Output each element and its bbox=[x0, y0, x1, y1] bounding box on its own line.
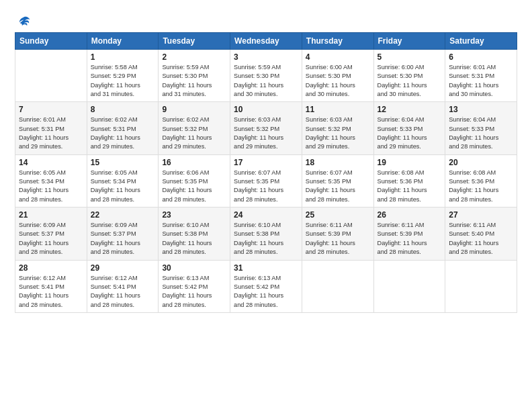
calendar-cell: 25Sunrise: 6:11 AMSunset: 5:39 PMDayligh… bbox=[302, 208, 373, 260]
calendar-cell: 15Sunrise: 6:05 AMSunset: 5:34 PMDayligh… bbox=[87, 154, 159, 207]
logo bbox=[15, 15, 31, 28]
day-number: 28 bbox=[19, 263, 83, 273]
calendar-cell: 18Sunrise: 6:07 AMSunset: 5:35 PMDayligh… bbox=[302, 154, 373, 207]
calendar-cell: 4Sunrise: 6:00 AMSunset: 5:30 PMDaylight… bbox=[302, 50, 373, 102]
calendar-cell: 1Sunrise: 5:58 AMSunset: 5:29 PMDaylight… bbox=[87, 50, 159, 102]
day-number: 6 bbox=[449, 52, 513, 62]
calendar-cell: 19Sunrise: 6:08 AMSunset: 5:36 PMDayligh… bbox=[373, 154, 445, 207]
calendar-cell: 31Sunrise: 6:13 AMSunset: 5:42 PMDayligh… bbox=[230, 260, 302, 312]
day-info: Sunrise: 6:02 AMSunset: 5:32 PMDaylight:… bbox=[162, 116, 226, 151]
calendar-cell bbox=[445, 260, 517, 312]
calendar-cell: 3Sunrise: 5:59 AMSunset: 5:30 PMDaylight… bbox=[230, 50, 302, 102]
calendar-cell: 26Sunrise: 6:11 AMSunset: 5:39 PMDayligh… bbox=[373, 208, 445, 260]
day-info: Sunrise: 6:11 AMSunset: 5:39 PMDaylight:… bbox=[378, 221, 442, 257]
calendar-cell: 7Sunrise: 6:01 AMSunset: 5:31 PMDaylight… bbox=[15, 102, 87, 154]
day-info: Sunrise: 6:05 AMSunset: 5:34 PMDaylight:… bbox=[91, 169, 155, 204]
calendar-header-tuesday: Tuesday bbox=[159, 33, 230, 50]
day-info: Sunrise: 6:03 AMSunset: 5:32 PMDaylight:… bbox=[234, 116, 298, 151]
calendar-cell: 14Sunrise: 6:05 AMSunset: 5:34 PMDayligh… bbox=[15, 154, 87, 207]
calendar-header-sunday: Sunday bbox=[15, 33, 87, 50]
day-info: Sunrise: 5:58 AMSunset: 5:29 PMDaylight:… bbox=[91, 63, 155, 99]
calendar-cell: 17Sunrise: 6:07 AMSunset: 5:35 PMDayligh… bbox=[230, 154, 302, 207]
calendar-cell: 6Sunrise: 6:01 AMSunset: 5:31 PMDaylight… bbox=[445, 50, 517, 102]
day-number: 14 bbox=[19, 158, 83, 167]
day-info: Sunrise: 6:01 AMSunset: 5:31 PMDaylight:… bbox=[449, 63, 513, 99]
day-info: Sunrise: 6:09 AMSunset: 5:37 PMDaylight:… bbox=[91, 221, 155, 257]
calendar-table: SundayMondayTuesdayWednesdayThursdayFrid… bbox=[15, 32, 517, 313]
day-number: 21 bbox=[19, 210, 83, 220]
calendar-cell: 10Sunrise: 6:03 AMSunset: 5:32 PMDayligh… bbox=[230, 102, 302, 154]
calendar-cell: 21Sunrise: 6:09 AMSunset: 5:37 PMDayligh… bbox=[15, 208, 87, 260]
day-number: 19 bbox=[378, 158, 442, 167]
day-number: 26 bbox=[378, 210, 442, 220]
day-number: 4 bbox=[306, 52, 370, 62]
day-number: 8 bbox=[91, 105, 155, 114]
calendar-cell bbox=[373, 260, 445, 312]
day-info: Sunrise: 6:02 AMSunset: 5:31 PMDaylight:… bbox=[91, 116, 155, 151]
day-info: Sunrise: 6:12 AMSunset: 5:41 PMDaylight:… bbox=[19, 274, 83, 310]
day-info: Sunrise: 6:04 AMSunset: 5:33 PMDaylight:… bbox=[378, 116, 442, 151]
calendar-header-thursday: Thursday bbox=[302, 33, 373, 50]
day-number: 29 bbox=[91, 263, 155, 273]
calendar-header-friday: Friday bbox=[373, 33, 445, 50]
day-number: 23 bbox=[162, 210, 226, 220]
day-info: Sunrise: 6:13 AMSunset: 5:42 PMDaylight:… bbox=[234, 274, 298, 310]
calendar-week-5: 28Sunrise: 6:12 AMSunset: 5:41 PMDayligh… bbox=[15, 260, 517, 312]
calendar-cell: 12Sunrise: 6:04 AMSunset: 5:33 PMDayligh… bbox=[373, 102, 445, 154]
day-number: 2 bbox=[162, 52, 226, 62]
day-info: Sunrise: 6:10 AMSunset: 5:38 PMDaylight:… bbox=[234, 221, 298, 257]
calendar-header-row: SundayMondayTuesdayWednesdayThursdayFrid… bbox=[15, 33, 517, 50]
day-info: Sunrise: 6:12 AMSunset: 5:41 PMDaylight:… bbox=[91, 274, 155, 310]
calendar-cell: 22Sunrise: 6:09 AMSunset: 5:37 PMDayligh… bbox=[87, 208, 159, 260]
calendar-week-3: 14Sunrise: 6:05 AMSunset: 5:34 PMDayligh… bbox=[15, 154, 517, 207]
day-number: 17 bbox=[234, 158, 298, 167]
day-number: 7 bbox=[19, 105, 83, 114]
day-info: Sunrise: 6:01 AMSunset: 5:31 PMDaylight:… bbox=[19, 116, 83, 151]
day-info: Sunrise: 5:59 AMSunset: 5:30 PMDaylight:… bbox=[162, 63, 226, 99]
day-info: Sunrise: 6:10 AMSunset: 5:38 PMDaylight:… bbox=[162, 221, 226, 257]
calendar-week-4: 21Sunrise: 6:09 AMSunset: 5:37 PMDayligh… bbox=[15, 208, 517, 260]
header bbox=[15, 12, 517, 28]
day-number: 24 bbox=[234, 210, 298, 220]
calendar-cell: 9Sunrise: 6:02 AMSunset: 5:32 PMDaylight… bbox=[159, 102, 230, 154]
calendar-cell: 30Sunrise: 6:13 AMSunset: 5:42 PMDayligh… bbox=[159, 260, 230, 312]
calendar-cell: 8Sunrise: 6:02 AMSunset: 5:31 PMDaylight… bbox=[87, 102, 159, 154]
calendar-cell: 20Sunrise: 6:08 AMSunset: 5:36 PMDayligh… bbox=[445, 154, 517, 207]
calendar-cell: 16Sunrise: 6:06 AMSunset: 5:35 PMDayligh… bbox=[159, 154, 230, 207]
calendar-cell: 2Sunrise: 5:59 AMSunset: 5:30 PMDaylight… bbox=[159, 50, 230, 102]
day-number: 3 bbox=[234, 52, 298, 62]
calendar-cell: 13Sunrise: 6:04 AMSunset: 5:33 PMDayligh… bbox=[445, 102, 517, 154]
calendar-cell: 29Sunrise: 6:12 AMSunset: 5:41 PMDayligh… bbox=[87, 260, 159, 312]
calendar-cell: 28Sunrise: 6:12 AMSunset: 5:41 PMDayligh… bbox=[15, 260, 87, 312]
day-number: 18 bbox=[306, 158, 370, 167]
calendar-week-1: 1Sunrise: 5:58 AMSunset: 5:29 PMDaylight… bbox=[15, 50, 517, 102]
day-info: Sunrise: 6:09 AMSunset: 5:37 PMDaylight:… bbox=[19, 221, 83, 257]
day-number: 30 bbox=[162, 263, 226, 273]
day-number: 11 bbox=[306, 105, 370, 114]
day-number: 15 bbox=[91, 158, 155, 167]
calendar-cell: 27Sunrise: 6:11 AMSunset: 5:40 PMDayligh… bbox=[445, 208, 517, 260]
day-number: 13 bbox=[449, 105, 513, 114]
day-info: Sunrise: 6:08 AMSunset: 5:36 PMDaylight:… bbox=[378, 169, 442, 204]
day-number: 10 bbox=[234, 105, 298, 114]
day-info: Sunrise: 6:13 AMSunset: 5:42 PMDaylight:… bbox=[162, 274, 226, 310]
calendar-cell: 24Sunrise: 6:10 AMSunset: 5:38 PMDayligh… bbox=[230, 208, 302, 260]
day-number: 1 bbox=[91, 52, 155, 62]
day-info: Sunrise: 6:04 AMSunset: 5:33 PMDaylight:… bbox=[449, 116, 513, 151]
day-number: 27 bbox=[449, 210, 513, 220]
day-number: 25 bbox=[306, 210, 370, 220]
day-info: Sunrise: 6:05 AMSunset: 5:34 PMDaylight:… bbox=[19, 169, 83, 204]
day-info: Sunrise: 5:59 AMSunset: 5:30 PMDaylight:… bbox=[234, 63, 298, 99]
calendar-cell: 23Sunrise: 6:10 AMSunset: 5:38 PMDayligh… bbox=[159, 208, 230, 260]
day-info: Sunrise: 6:06 AMSunset: 5:35 PMDaylight:… bbox=[162, 169, 226, 204]
day-number: 9 bbox=[162, 105, 226, 114]
day-info: Sunrise: 6:07 AMSunset: 5:35 PMDaylight:… bbox=[234, 169, 298, 204]
day-info: Sunrise: 6:08 AMSunset: 5:36 PMDaylight:… bbox=[449, 169, 513, 204]
day-info: Sunrise: 6:03 AMSunset: 5:32 PMDaylight:… bbox=[306, 116, 370, 151]
day-info: Sunrise: 6:00 AMSunset: 5:30 PMDaylight:… bbox=[306, 63, 370, 99]
day-info: Sunrise: 6:07 AMSunset: 5:35 PMDaylight:… bbox=[306, 169, 370, 204]
day-number: 20 bbox=[449, 158, 513, 167]
calendar-header-saturday: Saturday bbox=[445, 33, 517, 50]
calendar-cell: 11Sunrise: 6:03 AMSunset: 5:32 PMDayligh… bbox=[302, 102, 373, 154]
calendar-cell: 5Sunrise: 6:00 AMSunset: 5:30 PMDaylight… bbox=[373, 50, 445, 102]
